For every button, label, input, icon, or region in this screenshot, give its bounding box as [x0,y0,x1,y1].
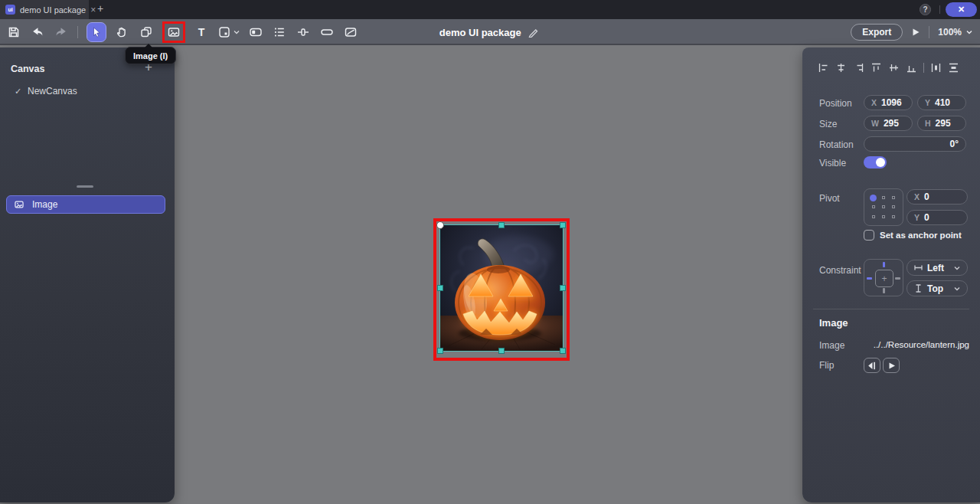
pivot-x-field[interactable]: X 0 [906,189,968,205]
align-center-horizontal-icon[interactable] [835,62,847,74]
redo-icon [54,25,68,39]
tab-bar: ui demo UI package × + ? ✕ [0,0,980,19]
vertical-constraint-icon [913,283,923,293]
new-tab-button[interactable]: + [97,2,103,15]
pivot-dot-top-center[interactable] [882,196,885,199]
progress-bar-tool-button[interactable] [319,25,335,40]
anchor-checkbox-label: Set as anchor point [880,231,962,240]
image-tool-button[interactable] [166,25,181,40]
panel-tool-button[interactable] [217,25,240,39]
pivot-dot-middle-left[interactable] [872,205,875,208]
constraint-vertical-dropdown[interactable]: Top [906,280,968,296]
selection-handle-right[interactable] [560,285,566,291]
pivot-dot-top-right[interactable] [892,196,895,199]
rotation-field[interactable]: 0° [864,136,966,152]
chevron-down-icon [234,29,240,35]
document-title-group: demo UI package [439,19,539,45]
inspector-panel: Position X 1096 Y 410 Size W 295 H 295 R… [802,47,980,502]
pivot-dot-bottom-right[interactable] [892,215,895,218]
component-list-item-image[interactable]: Image [6,195,165,214]
constraint-horizontal-value: Left [927,263,944,273]
distribute-vertical-icon[interactable] [948,62,959,74]
constraint-tick-right[interactable] [895,277,900,280]
constraint-horizontal-dropdown[interactable]: Left [906,260,968,276]
text-tool-button[interactable]: T [194,25,209,40]
text-tool-icon: T [198,26,205,38]
pivot-dot-center[interactable] [882,205,885,208]
frame-tool-button[interactable] [343,25,358,40]
selection-handle-bottom-left[interactable] [437,348,443,354]
tab-close-icon[interactable]: × [90,5,96,15]
document-title: demo UI package [439,27,521,38]
distribute-horizontal-icon[interactable] [930,62,942,74]
align-top-icon[interactable] [871,62,882,74]
selection-handle-top[interactable] [498,222,505,228]
image-tool-annotation-box [162,21,185,43]
hand-tool-button[interactable] [115,25,130,40]
flip-horizontal-button[interactable] [864,358,880,373]
select-tool-button[interactable] [87,22,106,42]
selection-handle-bottom-right[interactable] [560,348,566,354]
pivot-dot-bottom-center[interactable] [882,215,885,218]
selection-handle-top-right[interactable] [560,222,566,228]
list-tool-icon [273,25,286,39]
align-bottom-icon[interactable] [906,62,917,74]
position-y-prefix: Y [925,98,930,107]
flip-vertical-button[interactable] [883,358,900,373]
close-app-button[interactable]: ✕ [946,2,977,17]
export-button[interactable]: Export [851,24,903,41]
align-right-icon[interactable] [853,62,864,74]
play-button[interactable] [911,28,920,37]
toolbar-right-group: Export 100% [851,19,973,45]
alignment-divider [923,63,924,73]
selection-handle-left[interactable] [437,285,443,291]
constraint-widget[interactable]: + [864,259,903,296]
constraint-tick-top[interactable] [883,262,885,267]
position-y-field[interactable]: Y 410 [917,95,966,110]
slider-tool-button[interactable] [296,25,311,40]
constraint-center-box: + [875,270,893,287]
pivot-dot-bottom-left[interactable] [872,215,875,218]
toggle-tool-button[interactable] [248,25,263,40]
pivot-grid[interactable] [864,188,903,226]
edit-pencil-icon[interactable] [528,27,539,38]
undo-button[interactable] [30,25,45,40]
pivot-dot-middle-right[interactable] [892,205,895,208]
canvas-panel: Canvas + ✓ NewCanvas Image [0,47,175,502]
image-path-value[interactable]: ../../Resource/lantern.jpg [874,340,969,349]
lantern-image-object[interactable] [440,225,563,351]
canvas-list-item-newcanvas[interactable]: NewCanvas [28,86,77,97]
constraint-tick-bottom[interactable] [883,288,885,293]
pivot-point-indicator[interactable] [436,221,444,229]
toolbar-left-group: T [6,19,358,45]
size-h-field[interactable]: H 295 [917,116,966,131]
flip-horizontal-icon [867,361,877,371]
save-button[interactable] [6,25,21,40]
zoom-level: 100% [938,27,962,38]
section-divider [813,309,969,309]
size-w-field[interactable]: W 295 [864,116,913,131]
position-x-field[interactable]: X 1096 [864,95,913,110]
panel-drag-handle[interactable] [77,185,93,188]
pivot-y-field[interactable]: Y 0 [906,210,968,225]
constraint-vertical-value: Top [927,283,943,294]
pivot-dot-top-left[interactable] [870,195,877,201]
selection-handle-bottom[interactable] [498,348,505,354]
visible-toggle[interactable] [864,156,887,169]
anchor-checkbox[interactable] [864,230,874,241]
zoom-control[interactable]: 100% [938,27,973,38]
app-window: ui demo UI package × + ? ✕ [0,0,980,504]
align-center-vertical-icon[interactable] [888,62,900,74]
redo-button[interactable] [54,25,69,40]
align-left-icon[interactable] [818,62,829,74]
duplicate-tool-button[interactable] [139,25,154,40]
list-tool-button[interactable] [272,25,287,40]
constraint-label: Constraint [819,265,861,276]
horizontal-constraint-icon [913,263,923,273]
tab-demo-ui-package[interactable]: ui demo UI package × [0,0,89,19]
rotation-label: Rotation [819,139,854,150]
help-button[interactable]: ? [920,4,931,15]
constraint-tick-left[interactable] [867,277,872,280]
undo-icon [31,25,44,39]
pivot-label: Pivot [819,193,840,204]
